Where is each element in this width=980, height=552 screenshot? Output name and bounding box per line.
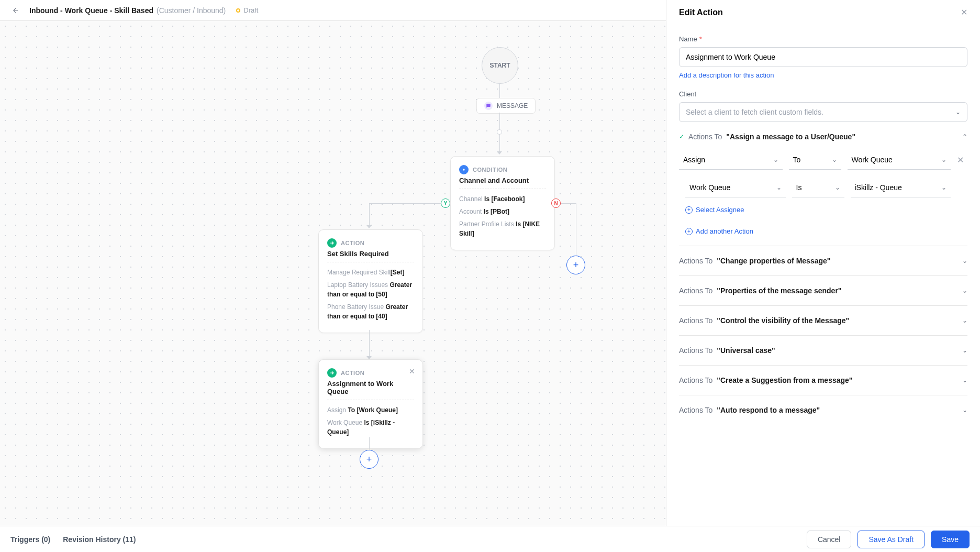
no-badge: N <box>551 198 561 208</box>
condition-row: Channel Is [Facebook] <box>459 194 546 204</box>
filter-op-select[interactable]: Is⌄ <box>792 178 844 197</box>
connector <box>499 113 500 129</box>
plus-circle-icon: + <box>685 206 693 214</box>
action-section-change-props: Actions To "Change properties of Message… <box>679 246 967 276</box>
save-draft-button[interactable]: Save As Draft <box>858 531 925 548</box>
condition-icon <box>459 165 469 174</box>
chevron-down-icon: ⌄ <box>941 156 946 163</box>
revision-history-tab[interactable]: Revision History (11) <box>63 535 136 544</box>
back-button[interactable] <box>10 5 21 16</box>
condition-row: Partner Profile Lists Is [NIKE Skill] <box>459 219 546 238</box>
add-description-link[interactable]: Add a description for this action <box>679 71 774 79</box>
select-assignee-link[interactable]: + Select Assignee <box>685 206 967 214</box>
section-header[interactable]: Actions To "Control the visibility of th… <box>679 316 967 325</box>
node-title: Assignment to Work Queue <box>327 380 414 400</box>
section-header[interactable]: Actions To "Create a Suggestion from a m… <box>679 376 967 384</box>
action-section-autorespond: Actions To "Auto respond to a message" ⌄ <box>679 395 967 425</box>
triggers-tab[interactable]: Triggers (0) <box>10 535 50 544</box>
chevron-down-icon: ⌄ <box>962 257 967 264</box>
connector <box>369 330 370 356</box>
message-pill[interactable]: MESSAGE <box>476 98 536 114</box>
status-dot-icon <box>236 8 240 13</box>
filter-value-select[interactable]: iSkillz - Queue⌄ <box>851 178 951 197</box>
condition-node[interactable]: CONDITION Channel and Account Channel Is… <box>450 156 555 250</box>
section-header[interactable]: Actions To "Change properties of Message… <box>679 257 967 265</box>
action-section-universal: Actions To "Universal case" ⌄ <box>679 336 967 366</box>
section-header[interactable]: ✓ Actions To "Assign a message to a User… <box>679 133 967 141</box>
arrow-icon <box>497 151 502 154</box>
section-header[interactable]: Actions To "Universal case" ⌄ <box>679 346 967 355</box>
node-title: Set Skills Required <box>327 250 414 262</box>
filter-field-select[interactable]: Work Queue⌄ <box>685 178 786 197</box>
app-footer: Triggers (0) Revision History (11) Cance… <box>0 526 980 552</box>
action-node-assignment[interactable]: ✕ ACTION Assignment to Work Queue Assign… <box>318 359 423 449</box>
svg-point-0 <box>463 169 464 170</box>
panel-title: Edit Action <box>679 8 723 17</box>
chevron-down-icon: ⌄ <box>962 347 967 354</box>
connector <box>369 203 441 204</box>
section-header[interactable]: Actions To "Properties of the message se… <box>679 286 967 295</box>
panel-header: Edit Action ✕ <box>666 0 980 25</box>
filter-target-select[interactable]: Work Queue⌄ <box>848 150 951 170</box>
node-type-label: ACTION <box>341 370 364 376</box>
status-badge: Draft <box>236 6 258 14</box>
status-text: Draft <box>243 6 258 14</box>
chevron-down-icon: ⌄ <box>776 184 782 191</box>
action-section-sender-props: Actions To "Properties of the message se… <box>679 276 967 306</box>
chevron-down-icon: ⌄ <box>962 406 967 414</box>
client-select[interactable]: Select a client to fetch client custom f… <box>679 102 967 122</box>
connector <box>576 203 576 256</box>
filter-verb-select[interactable]: Assign⌄ <box>679 150 783 170</box>
section-header[interactable]: Actions To "Auto respond to a message" ⌄ <box>679 406 967 414</box>
connector <box>499 135 500 151</box>
action-row: Manage Required Skill[Set] <box>327 268 414 277</box>
yes-badge: Y <box>441 198 450 208</box>
action-section-assign: ✓ Actions To "Assign a message to a User… <box>679 122 967 246</box>
edit-action-panel: Edit Action ✕ Name* Add a description fo… <box>666 0 980 529</box>
condition-row: Account Is [PBot] <box>459 207 546 216</box>
save-button[interactable]: Save <box>931 531 970 548</box>
chevron-down-icon: ⌄ <box>832 156 837 163</box>
message-icon <box>484 102 493 110</box>
chevron-down-icon: ⌄ <box>962 287 967 294</box>
action-row: Assign To [Work Queue] <box>327 405 414 415</box>
add-another-action-link[interactable]: + Add another Action <box>685 227 967 235</box>
node-title: Channel and Account <box>459 176 546 189</box>
plus-circle-icon: + <box>685 228 693 235</box>
action-icon <box>327 368 337 378</box>
close-icon[interactable]: ✕ <box>409 367 415 376</box>
chevron-down-icon: ⌄ <box>835 184 840 191</box>
message-label: MESSAGE <box>497 102 528 109</box>
flow-canvas[interactable]: START MESSAGE CONDITION Channel and Acco… <box>0 21 666 534</box>
check-icon: ✓ <box>679 133 684 140</box>
connector <box>369 203 370 225</box>
name-label: Name* <box>679 35 967 43</box>
close-panel-icon[interactable]: ✕ <box>961 7 967 17</box>
filter-op-select[interactable]: To⌄ <box>789 150 841 170</box>
chevron-down-icon: ⌄ <box>955 108 961 116</box>
page-title: Inbound - Work Queue - Skill Based <box>29 6 153 15</box>
connector <box>561 203 576 204</box>
action-row: Work Queue Is [iSkillz - Queue] <box>327 418 414 437</box>
add-node-button[interactable]: + <box>566 256 585 274</box>
remove-row-icon[interactable]: ✕ <box>957 155 967 165</box>
start-node[interactable]: START <box>482 47 518 84</box>
page-subtitle: (Customer / Inbound) <box>157 6 226 15</box>
filter-row: Work Queue⌄ Is⌄ iSkillz - Queue⌄ ✕ <box>679 178 967 197</box>
connector <box>369 437 370 450</box>
action-node-skills[interactable]: ACTION Set Skills Required Manage Requir… <box>318 229 423 333</box>
add-node-button[interactable]: + <box>360 450 378 469</box>
filter-row: Assign⌄ To⌄ Work Queue⌄ ✕ <box>679 150 967 170</box>
chevron-down-icon: ⌄ <box>962 377 967 384</box>
name-input[interactable] <box>679 47 967 67</box>
connector <box>499 84 500 98</box>
action-row: Phone Battery Issue Greater than or equa… <box>327 302 414 321</box>
action-row: Laptop Battery Issues Greater than or eq… <box>327 280 414 299</box>
chevron-down-icon: ⌄ <box>962 317 967 324</box>
panel-body: Name* Add a description for this action … <box>666 25 980 529</box>
action-section-suggestion: Actions To "Create a Suggestion from a m… <box>679 366 967 395</box>
node-type-label: ACTION <box>341 240 364 246</box>
cancel-button[interactable]: Cancel <box>807 531 852 548</box>
chevron-down-icon: ⌄ <box>773 156 778 163</box>
chevron-up-icon: ⌃ <box>962 133 967 140</box>
